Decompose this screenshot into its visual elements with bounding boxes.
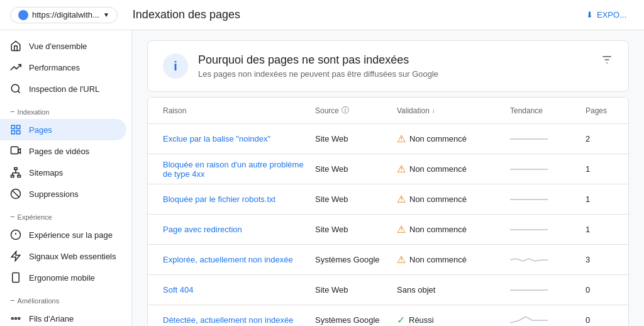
cell-raison-4[interactable]: Explorée, actuellement non indexée [158,250,310,269]
sidebar-item-signaux-web[interactable]: Signaux Web essentiels [0,245,126,267]
svg-rect-2 [11,125,14,128]
table-row: Détectée, actuellement non indexée Systè… [148,305,628,326]
table-row: Explorée, actuellement non indexée Systè… [148,245,628,275]
cell-pages-1: 1 [580,159,618,179]
cell-raison-2[interactable]: Bloquée par le fichier robots.txt [158,189,310,209]
source-help-icon[interactable]: ⓘ [341,105,349,116]
top-bar-right: ⬇ EXPO... [579,6,634,23]
cell-raison-5[interactable]: Soft 404 [158,280,310,300]
status-text-1: Non commencé [409,164,467,174]
cell-validation-4: ⚠ Non commencé [392,249,505,271]
cell-source-6: Systèmes Google [310,310,392,326]
site-icon [18,10,28,20]
cell-source-3: Site Web [310,220,392,239]
cell-validation-1: ⚠ Non commencé [392,158,505,180]
trend-sparkline-2 [510,191,548,206]
table-container: Raison Source ⓘ Validation ↓ Tendance Pa… [147,97,629,326]
trend-sparkline-3 [510,221,548,236]
warning-icon-0: ⚠ [397,133,406,145]
cell-raison-6[interactable]: Détectée, actuellement non indexée [158,310,310,326]
search-icon [10,83,21,94]
info-subtitle: Les pages non indexées ne peuvent pas êt… [198,69,438,79]
cell-pages-2: 1 [580,189,618,209]
sidebar-item-vue-ensemble[interactable]: Vue d'ensemble [0,35,126,57]
cell-pages-6: 0 [580,310,618,326]
col-source: Source ⓘ [310,103,392,118]
col-source-label: Source [315,106,339,115]
main-content: i Pourquoi des pages ne sont pas indexée… [132,30,644,326]
sidebar: Vue d'ensemble Performances Inspection d… [0,30,132,326]
svg-rect-5 [17,131,20,134]
experience-icon [10,229,21,240]
sidebar-item-suppressions[interactable]: Suppressions [0,183,126,205]
status-badge-2: ⚠ Non commencé [397,193,500,205]
col-pages: Pages [580,103,618,118]
cell-tendance-1 [505,155,580,183]
svg-rect-10 [18,176,21,177]
sidebar-item-sitemaps[interactable]: Sitemaps [0,162,126,183]
cell-pages-0: 2 [580,129,618,149]
status-text-0: Non commencé [409,134,467,143]
cell-tendance-4 [505,246,580,273]
layout: Vue d'ensemble Performances Inspection d… [0,30,644,326]
status-badge-1: ⚠ Non commencé [397,163,500,175]
status-badge-6: ✓ Réussi [397,314,500,326]
col-tendance: Tendance [505,103,580,118]
col-validation[interactable]: Validation ↓ [392,103,505,118]
sidebar-section-experience: Expérience [0,205,131,224]
sidebar-item-inspection-url[interactable]: Inspection de l'URL [0,78,126,99]
home-icon [10,40,21,52]
table-row: Soft 404 Site Web Sans objet 0 [148,275,628,305]
sidebar-item-pages[interactable]: Pages [0,119,126,140]
info-title: Pourquoi des pages ne sont pas indexées [198,53,438,67]
sidebar-item-fils-ariane[interactable]: Fils d'Ariane [0,308,126,326]
cell-validation-2: ⚠ Non commencé [392,188,505,210]
cell-source-1: Site Web [310,159,392,179]
sidebar-label-experience-page: Expérience sur la page [29,230,113,240]
top-bar-left: https://digitalwith... ▼ Indexation des … [10,7,240,23]
svg-rect-8 [14,168,18,170]
sidebar-label-inspection-url: Inspection de l'URL [29,84,99,94]
pages-icon [10,124,21,135]
cell-tendance-0 [505,125,580,152]
status-text-5: Sans objet [397,285,435,295]
web-vitals-icon [10,250,21,262]
sidebar-item-performances[interactable]: Performances [0,57,126,78]
url-selector[interactable]: https://digitalwith... ▼ [10,7,118,23]
cell-validation-3: ⚠ Non commencé [392,218,505,240]
info-text: Pourquoi des pages ne sont pas indexées … [198,53,438,79]
sidebar-label-vue-ensemble: Vue d'ensemble [29,42,87,51]
top-bar: https://digitalwith... ▼ Indexation des … [0,0,644,30]
mobile-icon [10,272,21,283]
cell-raison-3[interactable]: Page avec redirection [158,220,310,239]
sidebar-item-experience-page[interactable]: Expérience sur la page [0,224,126,245]
download-icon: ⬇ [586,10,593,20]
export-label: EXPO... [597,10,626,20]
filter-icon[interactable] [601,53,613,66]
sidebar-label-sitemaps: Sitemaps [29,168,63,177]
table-row: Bloquée par le fichier robots.txt Site W… [148,184,628,215]
col-validation-label: Validation [397,106,430,115]
status-badge-0: ⚠ Non commencé [397,133,500,145]
table-row: Bloquée en raison d'un autre problème de… [148,154,628,184]
page-title: Indexation des pages [133,8,240,21]
cell-raison-0[interactable]: Exclue par la balise "noindex" [158,129,310,149]
sidebar-item-pages-videos[interactable]: Pages de vidéos [0,140,126,162]
cell-tendance-6 [505,306,580,326]
col-tendance-label: Tendance [510,106,543,115]
video-icon [10,145,21,157]
warning-icon-1: ⚠ [397,163,406,175]
svg-rect-4 [11,131,14,134]
cell-tendance-2 [505,186,580,213]
col-pages-label: Pages [586,106,607,115]
status-text-6: Réussi [409,315,434,325]
sidebar-item-ergonomie-mobile[interactable]: Ergonomie mobile [0,267,126,288]
svg-rect-9 [11,176,14,177]
sort-down-icon: ↓ [432,107,435,114]
table-header: Raison Source ⓘ Validation ↓ Tendance Pa… [148,98,628,124]
sidebar-label-fils-ariane: Fils d'Ariane [29,314,74,323]
sitemap-icon [10,167,21,178]
cell-raison-1[interactable]: Bloquée en raison d'un autre problème de… [158,155,310,184]
info-banner: i Pourquoi des pages ne sont pas indexée… [147,40,629,92]
export-button[interactable]: ⬇ EXPO... [579,6,634,23]
